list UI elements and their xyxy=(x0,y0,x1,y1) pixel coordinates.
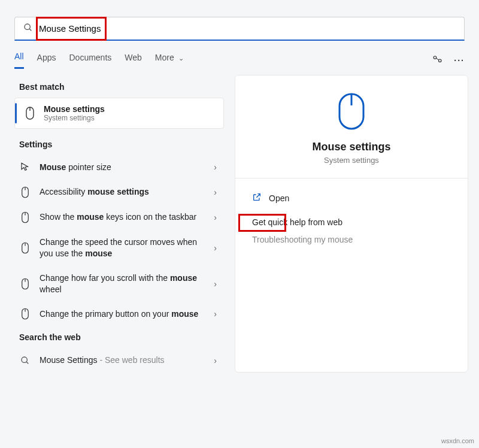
tab-more[interactable]: More ⌄ xyxy=(155,53,184,68)
setting-label: Change the primary button on your mouse xyxy=(40,308,205,320)
svg-line-17 xyxy=(26,362,28,364)
setting-primary-button[interactable]: Change the primary button on your mouse … xyxy=(11,301,228,326)
search-input[interactable] xyxy=(39,23,456,34)
watermark: wsxdn.com xyxy=(441,437,474,444)
setting-mouse-pointer-size[interactable]: Mouse pointer size › xyxy=(11,155,228,180)
tab-all[interactable]: All xyxy=(14,52,24,69)
mouse-icon xyxy=(19,186,31,198)
best-match-title: Mouse settings xyxy=(44,104,105,114)
preview-pane: Mouse settings System settings Open Get … xyxy=(235,75,468,373)
tab-documents[interactable]: Documents xyxy=(69,53,111,68)
chevron-right-icon: › xyxy=(214,279,217,289)
tab-web[interactable]: Web xyxy=(125,53,142,68)
preview-title: Mouse settings xyxy=(250,141,453,153)
open-action[interactable]: Open xyxy=(250,188,453,208)
best-match-subtitle: System settings xyxy=(44,114,105,122)
chevron-right-icon: › xyxy=(214,356,217,365)
open-label: Open xyxy=(269,193,289,203)
chevron-right-icon: › xyxy=(214,309,217,319)
setting-label: Change how far you scroll with the mouse… xyxy=(40,273,205,295)
chevron-right-icon: › xyxy=(214,213,217,222)
best-match-result[interactable]: Mouse settings System settings xyxy=(14,98,224,129)
chevron-right-icon: › xyxy=(214,162,217,172)
mouse-icon xyxy=(19,242,31,254)
setting-cursor-speed[interactable]: Change the speed the cursor moves when y… xyxy=(11,230,228,266)
filter-tabs: All Apps Documents Web More ⌄ ··· xyxy=(14,52,465,69)
quick-help-heading: Get quick help from web xyxy=(250,208,453,231)
chevron-right-icon: › xyxy=(214,187,217,197)
search-icon xyxy=(19,356,31,365)
mouse-icon xyxy=(23,107,37,120)
search-icon xyxy=(23,23,33,34)
help-item-troubleshoot[interactable]: Troubleshooting my mouse xyxy=(250,231,453,249)
preview-subtitle: System settings xyxy=(250,156,453,165)
chevron-right-icon: › xyxy=(214,243,217,253)
setting-label: Accessibility mouse settings xyxy=(40,186,205,198)
settings-heading: Settings xyxy=(19,140,228,149)
setting-label: Mouse pointer size xyxy=(40,162,205,173)
pointer-icon xyxy=(19,162,31,172)
setting-label: Show the mouse keys icon on the taskbar xyxy=(40,211,205,223)
svg-point-16 xyxy=(22,357,27,362)
mouse-icon xyxy=(19,278,31,290)
mouse-icon-large xyxy=(250,92,453,132)
more-icon[interactable]: ··· xyxy=(454,56,465,65)
divider xyxy=(235,178,468,178)
web-result-label: Mouse Settings - See web results xyxy=(40,355,205,366)
open-external-icon xyxy=(252,192,262,204)
results-column: Best match Mouse settings System setting… xyxy=(11,75,228,373)
setting-accessibility-mouse[interactable]: Accessibility mouse settings › xyxy=(11,180,228,205)
svg-point-0 xyxy=(25,24,30,29)
share-icon[interactable] xyxy=(432,54,443,66)
svg-line-1 xyxy=(29,29,31,31)
setting-mouse-keys-icon[interactable]: Show the mouse keys icon on the taskbar … xyxy=(11,205,228,230)
tab-apps[interactable]: Apps xyxy=(37,53,56,68)
setting-scroll-wheel[interactable]: Change how far you scroll with the mouse… xyxy=(11,266,228,302)
best-match-heading: Best match xyxy=(19,82,228,92)
setting-label: Change the speed the cursor moves when y… xyxy=(40,237,205,259)
mouse-icon xyxy=(19,308,31,320)
search-bar[interactable] xyxy=(14,17,465,41)
mouse-icon xyxy=(19,211,31,223)
web-result[interactable]: Mouse Settings - See web results › xyxy=(11,348,228,373)
search-web-heading: Search the web xyxy=(19,332,228,342)
chevron-down-icon: ⌄ xyxy=(178,55,184,62)
